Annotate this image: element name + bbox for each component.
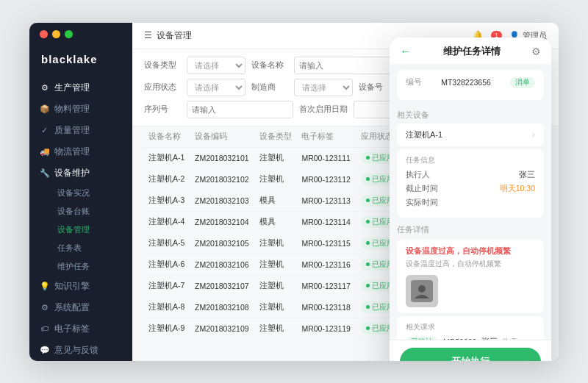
col-type: 设备类型 bbox=[255, 126, 298, 148]
cell-tag: MR00-123111 bbox=[297, 147, 356, 168]
problem-desc: 设备温度过高，自动停机频繁 bbox=[406, 259, 535, 269]
cell-code: ZM2018032101 bbox=[190, 147, 255, 168]
filter-firstuse-label: 首次启用日期 bbox=[299, 104, 348, 115]
related-orders-section: 相关课求 已确认 MR59033 张三 昨天15:00 bbox=[397, 316, 544, 340]
sidebar-item-sysconfig[interactable]: ⚙ 系统配置 bbox=[29, 297, 132, 318]
device-link-name: 注塑机A-1 bbox=[406, 129, 442, 140]
equipment-icon: 🔧 bbox=[40, 168, 49, 178]
filter-maker-select[interactable]: 请选择 bbox=[294, 79, 353, 96]
task-id-label: 编号 bbox=[406, 77, 422, 87]
cell-code: ZM2018032104 bbox=[190, 211, 255, 232]
cell-tag: MR00-123112 bbox=[297, 168, 356, 190]
cell-tag: MR00-123117 bbox=[297, 275, 356, 296]
filter-seq-input[interactable] bbox=[187, 101, 293, 118]
feedback-icon: 💬 bbox=[40, 346, 49, 355]
col-name: 设备名称 bbox=[144, 126, 190, 148]
filter-status-select[interactable]: 请选择 bbox=[187, 79, 245, 96]
cell-name: 注塑机A-6 bbox=[144, 254, 190, 275]
task-tag: 消单 bbox=[510, 77, 535, 88]
traffic-lights bbox=[40, 30, 73, 38]
cell-code: ZM2018032103 bbox=[190, 190, 255, 211]
cell-name: 注塑机A-5 bbox=[144, 232, 190, 254]
sidebar-item-material[interactable]: 📦 物料管理 bbox=[29, 99, 132, 120]
task-info-section: 任务信息 执行人 张三 截止时间 明天10:30 实际时间 bbox=[397, 149, 544, 218]
filter-maker-label: 制造商 bbox=[251, 82, 288, 93]
col-code: 设备编码 bbox=[190, 126, 255, 148]
cell-name: 注塑机A-1 bbox=[144, 147, 190, 168]
problem-card: 设备温度过高，自动停机频繁 设备温度过高，自动停机频繁 bbox=[397, 240, 544, 313]
mobile-panel: ← 维护任务详情 ⚙ 编号 MT328223656 消单 相关设备 注塑机A-1 bbox=[390, 37, 551, 361]
knowledge-icon: 💡 bbox=[40, 282, 49, 291]
problem-title: 设备温度过高，自动停机频繁 bbox=[406, 246, 535, 257]
related-device-title: 相关设备 bbox=[390, 106, 551, 122]
task-detail-label: 任务详情 bbox=[390, 221, 551, 237]
chevron-right-icon: › bbox=[532, 129, 535, 140]
cell-tag: MR00-123113 bbox=[297, 190, 356, 211]
sidebar-sub-item-maintenance[interactable]: 维护任务 bbox=[50, 257, 132, 276]
sidebar-sub-item-ledger[interactable]: 设备台账 bbox=[50, 202, 132, 221]
cell-code: ZM2018032102 bbox=[190, 168, 255, 190]
logistics-icon: 🚚 bbox=[40, 147, 49, 157]
app-window: blacklake ⚙ 生产管理 📦 物料管理 ✓ 质量管理 🚚 物流管理 🔧 bbox=[29, 23, 559, 361]
sidebar: blacklake ⚙ 生产管理 📦 物料管理 ✓ 质量管理 🚚 物流管理 🔧 bbox=[29, 23, 132, 361]
filter-type-select[interactable]: 请选择 bbox=[187, 57, 245, 74]
task-section-label: 任务信息 bbox=[406, 155, 535, 165]
device-link-item[interactable]: 注塑机A-1 › bbox=[397, 124, 544, 146]
deadline-label: 截止时间 bbox=[406, 184, 438, 194]
sidebar-sub-item-realtime[interactable]: 设备实况 bbox=[50, 184, 132, 202]
cell-code: ZM2018032105 bbox=[190, 232, 255, 254]
cell-type: 注塑机 bbox=[255, 318, 298, 339]
sidebar-item-feedback[interactable]: 💬 意见与反馈 bbox=[29, 340, 132, 361]
task-id-value: MT328223656 bbox=[441, 78, 491, 87]
cell-type: 模具 bbox=[255, 211, 298, 232]
mobile-gear-icon[interactable]: ⚙ bbox=[531, 46, 541, 57]
actual-time-label: 实际时间 bbox=[406, 198, 438, 208]
mobile-title: 维护任务详情 bbox=[443, 45, 501, 58]
cell-type: 注塑机 bbox=[255, 232, 298, 254]
sidebar-sub-item-management[interactable]: 设备管理 bbox=[50, 221, 132, 239]
sidebar-item-knowledge[interactable]: 💡 知识引擎 bbox=[29, 276, 132, 297]
quality-icon: ✓ bbox=[40, 126, 49, 135]
cell-tag: MR00-123118 bbox=[297, 296, 356, 318]
cell-type: 注塑机 bbox=[255, 296, 298, 318]
executor-value: 张三 bbox=[519, 170, 535, 180]
sysconfig-icon: ⚙ bbox=[40, 303, 49, 312]
cell-name: 注塑机A-4 bbox=[144, 211, 190, 232]
start-execute-button[interactable]: 开始执行 bbox=[400, 348, 541, 361]
sidebar-item-label[interactable]: 🏷 电子标签 bbox=[29, 318, 132, 340]
cell-type: 注塑机 bbox=[255, 275, 298, 296]
cell-name: 注塑机A-7 bbox=[144, 275, 190, 296]
filter-status-label: 应用状态 bbox=[144, 82, 181, 93]
minimize-button[interactable] bbox=[52, 30, 60, 38]
cell-type: 模具 bbox=[255, 190, 298, 211]
close-button[interactable] bbox=[40, 30, 48, 38]
cell-type: 注塑机 bbox=[255, 147, 298, 168]
page-title: 设备管理 bbox=[157, 29, 192, 42]
related-section-label: 相关课求 bbox=[406, 322, 535, 332]
sidebar-item-production[interactable]: ⚙ 生产管理 bbox=[29, 77, 132, 99]
cell-tag: MR00-123115 bbox=[297, 232, 356, 254]
sidebar-item-equipment-maintenance[interactable]: 🔧 设备维护 bbox=[29, 162, 132, 184]
sidebar-item-quality[interactable]: ✓ 质量管理 bbox=[29, 120, 132, 141]
cell-code: ZM2018032107 bbox=[190, 275, 255, 296]
deadline-value: 明天10:30 bbox=[500, 184, 535, 194]
mobile-footer: 开始执行 bbox=[390, 340, 551, 361]
filter-seq-label: 序列号 bbox=[144, 104, 181, 115]
hamburger-icon: ☰ bbox=[144, 30, 152, 40]
cell-code: ZM2018032108 bbox=[190, 296, 255, 318]
cell-name: 注塑机A-3 bbox=[144, 190, 190, 211]
actual-time-row: 实际时间 bbox=[406, 198, 535, 208]
task-id-card: 编号 MT328223656 消单 bbox=[397, 70, 544, 100]
filter-name-input[interactable] bbox=[294, 57, 396, 74]
sidebar-item-logistics[interactable]: 🚚 物流管理 bbox=[29, 141, 132, 162]
mobile-back-button[interactable]: ← bbox=[400, 45, 412, 58]
label-icon: 🏷 bbox=[40, 324, 49, 334]
cell-tag: MR00-123119 bbox=[297, 318, 356, 339]
cell-name: 注塑机A-8 bbox=[144, 296, 190, 318]
sidebar-sub-item-tasksheet[interactable]: 任务表 bbox=[50, 239, 132, 257]
cell-name: 注塑机A-9 bbox=[144, 318, 190, 339]
cell-code: ZM2018032106 bbox=[190, 254, 255, 275]
problem-image bbox=[406, 275, 438, 307]
maximize-button[interactable] bbox=[65, 30, 73, 38]
col-tag: 电子标签 bbox=[297, 126, 356, 148]
